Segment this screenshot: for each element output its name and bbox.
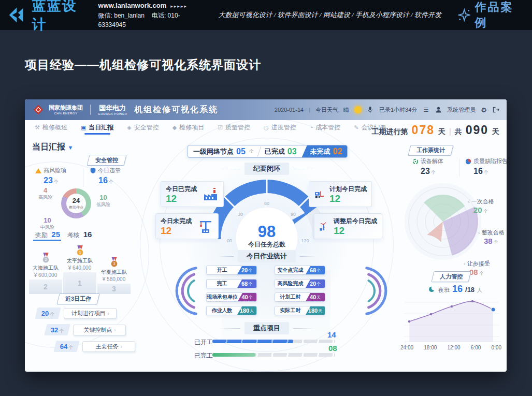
recent-item-planned-projects[interactable]: 20个 计划进行项目› bbox=[36, 307, 117, 319]
portfolio-link[interactable]: 作品案例 bbox=[458, 0, 524, 31]
services-list: 大数据可视化设计 / 软件界面设计 / 网站建设 / 手机及小程序设计 / 软件… bbox=[218, 10, 441, 20]
card-done-today: 今日已完成 12 bbox=[161, 181, 224, 207]
manpower-tag: 人力管控 bbox=[431, 271, 471, 282]
bar-finished bbox=[212, 353, 335, 357]
loop-section-title: 纪要闭环 bbox=[218, 163, 316, 175]
chart-axis-line bbox=[405, 342, 501, 342]
quality-polar-chart bbox=[395, 181, 494, 269]
schedule-total-label: 共 bbox=[455, 127, 462, 137]
check-icon: ☑ bbox=[218, 124, 223, 131]
date-label: 2020-01-14 bbox=[275, 107, 304, 113]
logout-icon[interactable] bbox=[492, 106, 499, 113]
chn-energy-logo-icon bbox=[32, 104, 45, 116]
bar-label-finished: 已完工 bbox=[194, 351, 213, 360]
microphone-icon[interactable] bbox=[367, 106, 374, 113]
recent-item-key-control-points[interactable]: 32个 关键控制点› bbox=[46, 324, 126, 335]
website-link[interactable]: www.lanlanwork.com bbox=[98, 2, 167, 9]
recent-item-main-tasks[interactable]: 64个 主要任务› bbox=[55, 341, 135, 352]
site-contact-block: www.lanlanwork.com▸▸▸▸▸ 微信: ben_lanlan电话… bbox=[98, 1, 209, 30]
lanlan-logo[interactable]: 蓝蓝设计 bbox=[8, 0, 89, 34]
quality-label-rectified: ‹整改合格 bbox=[478, 229, 505, 237]
silver-medal-icon: 2 bbox=[41, 253, 50, 263]
schedule-total-unit: 天 bbox=[492, 127, 499, 137]
weather-label: 今日天气 bbox=[315, 106, 338, 114]
chevron-down-icon[interactable]: ▼ bbox=[67, 144, 73, 151]
recycle-gear-icon bbox=[412, 158, 419, 165]
svg-text:2: 2 bbox=[45, 257, 47, 262]
quality-value-first-pass: 20个 bbox=[473, 206, 488, 215]
reward-tab-underline bbox=[33, 240, 61, 241]
arc-decoration-left bbox=[169, 265, 200, 317]
settings-gear-icon[interactable]: ⚙ bbox=[481, 106, 487, 114]
chart-x-labels: 24:00 18:00 12:00 6:00 0:00 bbox=[400, 345, 501, 350]
weather-value: 晴 bbox=[343, 106, 349, 114]
bar-value-started: 14 bbox=[327, 330, 336, 339]
arrow-decoration: ▸▸▸▸▸ bbox=[170, 4, 188, 9]
svg-text:30: 30 bbox=[238, 212, 243, 217]
chevron-right-icon: › bbox=[121, 344, 122, 349]
tab-projects[interactable]: ◆检修项目 bbox=[166, 120, 211, 135]
assess-tab[interactable]: 考核 16 bbox=[67, 231, 92, 239]
donut-label-low-risk: 10 低风险 bbox=[96, 194, 110, 207]
panel-title-daily-report[interactable]: 当日汇报 ▼ bbox=[32, 142, 73, 153]
node-undone-segment: 未完成 02 bbox=[302, 145, 348, 157]
svg-text:今日任务总数: 今日任务总数 bbox=[248, 241, 286, 248]
night-shift-stat: 夜班 16 /18 人 bbox=[429, 284, 482, 295]
forklift-icon bbox=[314, 187, 325, 201]
bar-value-finished: 08 bbox=[328, 344, 337, 353]
shield-badge-icon bbox=[90, 167, 96, 174]
svg-text:60: 60 bbox=[264, 201, 269, 206]
quality-label-first-pass: ‹一次合格 bbox=[468, 198, 494, 206]
schedule-total-day: 090 bbox=[466, 123, 488, 137]
wind-turbine-icon bbox=[319, 219, 329, 233]
arc-decoration-right bbox=[363, 265, 394, 317]
stat-divider bbox=[83, 168, 83, 187]
tab-daily-report[interactable]: ▣当日汇报 bbox=[74, 120, 120, 135]
quality-label-concession: ‹让步接受 bbox=[464, 260, 490, 268]
decor-line bbox=[293, 328, 315, 329]
tab-cost[interactable]: ◔成本管控 bbox=[303, 120, 348, 135]
pen-icon: ✎ bbox=[354, 124, 358, 131]
network-node-banner: 一级网络节点 05 个 已完成 03 未完成 02 bbox=[188, 145, 348, 158]
svg-text:00: 00 bbox=[227, 238, 232, 243]
podium-second: 2 大海施工队 ¥ 600,000 2 bbox=[29, 253, 62, 294]
record-duration: 已录1小时34分 bbox=[379, 106, 417, 114]
stat-pill-highrisk-done: 高风险完成 20个 bbox=[275, 279, 325, 288]
brand-group: 国家能源集团 CHN ENERGY bbox=[49, 105, 83, 115]
header-separator: | bbox=[309, 107, 310, 113]
svg-text:98: 98 bbox=[258, 223, 276, 241]
tab-quality[interactable]: ☑质量管控 bbox=[211, 120, 257, 135]
donut-label-mid-risk: 10 中风险 bbox=[40, 216, 54, 230]
tab-safety[interactable]: ◈安全管控 bbox=[120, 120, 165, 135]
reward-tab[interactable]: 奖励 25 bbox=[35, 231, 65, 239]
schedule-current-day: 078 bbox=[412, 123, 435, 137]
chevron-right-icon: › bbox=[114, 327, 116, 333]
key-projects-title: 重点项目 bbox=[215, 322, 319, 334]
tab-overview[interactable]: ⚒检修概述 bbox=[28, 120, 74, 135]
decor-line bbox=[219, 328, 240, 329]
portfolio-label: 作品案例 bbox=[475, 0, 524, 31]
card-planned-today: 计划今日完成 12 bbox=[309, 181, 372, 207]
card-adjusted-today: 调整后今日完成 12 bbox=[314, 213, 382, 239]
podium-first: 1 太平施工队 ¥ 640,000 1 bbox=[63, 245, 96, 294]
schedule-unit: 天 bbox=[438, 127, 445, 137]
pie-icon: ◔ bbox=[310, 124, 313, 130]
equipment-disassembly-stat: 设备解体 23个 bbox=[412, 157, 443, 176]
factory-icon bbox=[203, 187, 219, 201]
defect-pie-icon bbox=[465, 158, 471, 165]
contractor-podium: 2 大海施工队 ¥ 600,000 2 1 太平施工队 ¥ 640,000 1 … bbox=[29, 245, 131, 294]
tab-progress[interactable]: ◷进度管控 bbox=[257, 120, 303, 135]
dashboard-header: 国家能源集团 CHN ENERGY 国华电力 GUOHUA POWER 机组检修… bbox=[25, 99, 507, 120]
stat-pill-workers: 作业人数 180人 bbox=[206, 306, 257, 315]
count-chip: 64个 bbox=[53, 341, 80, 352]
stat-pill-started: 开工 20个 bbox=[206, 266, 257, 275]
bar-started bbox=[212, 340, 335, 343]
warning-triangle-icon bbox=[35, 168, 41, 173]
stat-pill-planned-hours: 计划工时 40天 bbox=[275, 292, 325, 302]
svg-text:1: 1 bbox=[79, 250, 81, 255]
wechat-label: 微信: ben_lanlan bbox=[98, 12, 145, 19]
high-risk-stat: 高风险项 23个 bbox=[35, 167, 66, 185]
dashboard-header-right: 2020-01-14 | 今日天气 晴 已录1小时34分 ☰ 系统管理员 ⚙ bbox=[275, 106, 499, 114]
count-chip: 20个 bbox=[35, 307, 61, 319]
list-icon[interactable]: ☰ bbox=[422, 106, 429, 113]
